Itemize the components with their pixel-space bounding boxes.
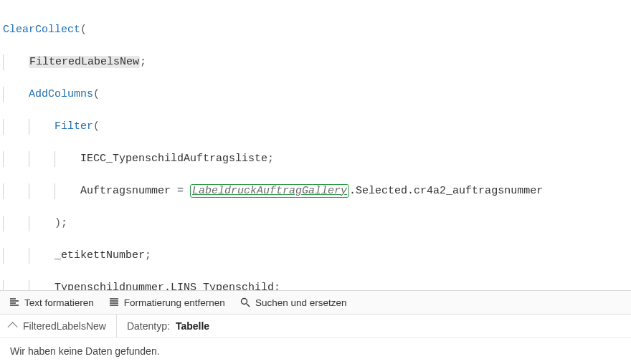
type-prefix: Datentyp: bbox=[127, 320, 170, 332]
format-text-icon bbox=[9, 297, 20, 308]
fn-clearcollect: ClearCollect bbox=[3, 24, 80, 36]
result-variable-name: FilteredLabelsNew bbox=[23, 320, 106, 332]
result-variable-cell[interactable]: FilteredLabelsNew bbox=[0, 315, 117, 337]
find-replace-label: Suchen und ersetzen bbox=[255, 297, 347, 308]
search-icon bbox=[239, 297, 251, 308]
result-type-cell: Datentyp: Tabelle bbox=[117, 315, 219, 337]
result-info-bar: FilteredLabelsNew Datentyp: Tabelle bbox=[0, 314, 631, 337]
fn-addcolumns: AddColumns bbox=[29, 88, 93, 100]
remove-formatting-icon bbox=[108, 297, 120, 308]
editor-toolbar: Text formatieren Formatierung entfernen … bbox=[0, 290, 631, 314]
find-replace-button[interactable]: Suchen und ersetzen bbox=[239, 297, 347, 308]
type-value: Tabelle bbox=[176, 320, 209, 332]
format-text-label: Text formatieren bbox=[24, 297, 94, 308]
fn-filter: Filter bbox=[54, 120, 93, 133]
gallery-ref: LabeldruckAuftragGallery bbox=[190, 184, 349, 198]
remove-formatting-button[interactable]: Formatierung entfernen bbox=[108, 297, 225, 308]
chevron-up-icon bbox=[8, 322, 18, 332]
datasource: IECC_TypenschildAuftragsliste bbox=[80, 153, 267, 165]
formula-editor[interactable]: ClearCollect( FilteredLabelsNew; AddColu… bbox=[0, 0, 631, 290]
collection-name: FilteredLabelsNew bbox=[29, 56, 140, 68]
format-text-button[interactable]: Text formatieren bbox=[9, 297, 94, 308]
remove-formatting-label: Formatierung entfernen bbox=[124, 297, 225, 308]
status-message: Wir haben keine Daten gefunden. bbox=[0, 337, 631, 364]
svg-point-0 bbox=[241, 299, 247, 305]
